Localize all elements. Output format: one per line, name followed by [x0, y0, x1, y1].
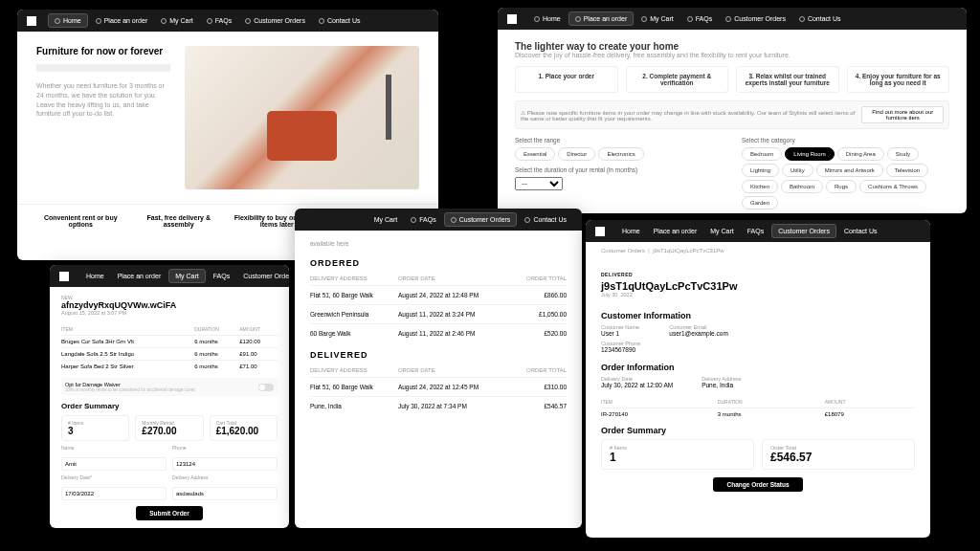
hero-divider	[36, 64, 170, 72]
col-total: ORDER TOTAL	[510, 272, 567, 286]
breadcrumb[interactable]: Customer Orders | j9sT1qUtQayLcPcTvC31Pw	[586, 242, 930, 259]
nav-faqs[interactable]: FAQs	[208, 270, 236, 282]
duration-select[interactable]: —	[515, 177, 563, 190]
nav-my-cart[interactable]: My Cart	[368, 213, 404, 226]
table-row[interactable]: Greenwich PeninsulaAugust 11, 2022 at 3:…	[310, 305, 567, 324]
category-pill[interactable]: Television	[886, 164, 928, 177]
nav-place-order[interactable]: Place an order	[648, 225, 703, 237]
list-icon	[245, 18, 251, 24]
submit-order-button[interactable]: Submit Order	[136, 506, 203, 520]
date-input[interactable]	[61, 487, 167, 500]
summary-items: # Items3	[61, 415, 129, 441]
question-icon	[411, 217, 416, 223]
cust-email: user1@example.com	[669, 330, 728, 337]
stock-notice: ⚠ Please note specific furniture items i…	[515, 100, 949, 129]
phone-icon	[524, 217, 530, 223]
category-pills: BedroomLiving RoomDining AreaStudyLighti…	[742, 147, 949, 209]
range-pill[interactable]: Electronics	[598, 147, 643, 161]
nav-place-order[interactable]: Place an order	[90, 14, 154, 27]
cart-icon	[161, 18, 167, 24]
notice-more-button[interactable]: Find out more about our furniture tiers	[861, 106, 944, 123]
col-total: ORDER TOTAL	[510, 364, 567, 378]
nav-place-order[interactable]: Place an order	[112, 270, 167, 282]
cart-icon	[641, 16, 647, 22]
logo-icon	[59, 272, 69, 281]
duration-label: Select the duration of your rental (in m…	[515, 166, 723, 173]
nav-customer-orders[interactable]: Customer Orders	[720, 12, 791, 25]
topbar: Home Place an order My Cart FAQs Custome…	[17, 10, 438, 32]
category-pill[interactable]: Kitchen	[742, 180, 778, 193]
order-id: j9sT1qUtQayLcPcTvC31Pw	[601, 280, 915, 292]
waiver-toggle[interactable]	[258, 384, 274, 391]
category-pill[interactable]: Bathroom	[781, 180, 823, 193]
question-icon	[207, 18, 212, 24]
table-row[interactable]: Flat 51, 60 Barge WalkAugust 24, 2022 at…	[310, 378, 567, 397]
col-address: DELIVERY ADDRESS	[310, 364, 398, 378]
nav-home[interactable]: Home	[528, 12, 567, 25]
nav-contact[interactable]: Contact Us	[838, 225, 883, 237]
order-items-table: ITEM DURATION AMOUNT IR-2701403 months£1…	[601, 396, 915, 420]
category-pill[interactable]: Cushions & Throws	[859, 180, 926, 193]
category-pill[interactable]: Rugs	[826, 180, 857, 193]
notice-text: ⚠ Please note specific furniture items i…	[521, 109, 861, 121]
table-row[interactable]: Pune, IndiaJuly 30, 2022 at 7:34 PM£546.…	[310, 397, 567, 416]
phone-icon	[799, 16, 805, 22]
table-row[interactable]: 60 Barge WalkAugust 11, 2022 at 2:46 PM£…	[310, 324, 567, 343]
phone-input[interactable]	[172, 457, 278, 471]
table-row: Langdale Sofa 2.5 Str Indigo6 months£91.…	[61, 348, 278, 361]
phone-icon	[319, 18, 324, 24]
change-status-button[interactable]: Change Order Status	[713, 477, 802, 492]
name-input[interactable]	[61, 457, 167, 471]
nav-my-cart[interactable]: My Cart	[704, 225, 740, 237]
nav-home[interactable]: Home	[616, 225, 646, 237]
table-row[interactable]: Flat 51, 60 Barge WalkAugust 24, 2022 at…	[310, 286, 567, 305]
delivered-heading: DELIVERED	[310, 350, 567, 360]
nav-customer-orders[interactable]: Customer Orders	[239, 14, 311, 27]
category-pill[interactable]: Utility	[782, 164, 813, 177]
nav-home[interactable]: Home	[80, 270, 110, 282]
nav-customer-orders[interactable]: Customer Orders	[771, 224, 836, 238]
summary-monthly: Monthly Rental£270.00	[135, 415, 203, 441]
nav-my-cart[interactable]: My Cart	[635, 12, 679, 25]
category-pill[interactable]: Dining Area	[837, 147, 884, 161]
nav-contact[interactable]: Contact Us	[519, 213, 572, 226]
range-pill[interactable]: Essential	[515, 147, 555, 161]
nav-contact[interactable]: Contact Us	[313, 14, 367, 27]
category-pill[interactable]: Bedroom	[742, 147, 782, 161]
nav-home[interactable]: Home	[48, 13, 88, 28]
cart-id: afnzydvyRxqUQVWw.wCiFA	[61, 300, 278, 310]
nav-faqs[interactable]: FAQs	[681, 12, 719, 25]
place-order-panel: Home Place an order My Cart FAQs Custome…	[498, 8, 967, 213]
category-pill[interactable]: Lighting	[742, 164, 779, 177]
range-pills: Essential Director Electronics	[515, 147, 723, 161]
nav-faqs[interactable]: FAQs	[201, 14, 238, 27]
category-pill[interactable]: Mirrors and Artwork	[816, 164, 883, 177]
nav-my-cart[interactable]: My Cart	[168, 269, 206, 283]
nav-customer-orders[interactable]: Customer Orders	[237, 270, 289, 282]
category-pill[interactable]: Study	[887, 147, 919, 161]
summary-total: Cart Total£1,620.00	[210, 415, 278, 441]
category-pill[interactable]: Living Room	[785, 147, 834, 161]
delivery-date: July 30, 2022 at 12:00 AM	[601, 382, 673, 388]
address-input[interactable]	[172, 487, 278, 500]
col-date: ORDER DATE	[398, 272, 510, 286]
summary-heading: Order Summary	[601, 426, 915, 435]
nav-contact[interactable]: Contact Us	[793, 12, 847, 25]
category-label: Select the category	[742, 137, 949, 143]
nav-faqs[interactable]: FAQs	[742, 225, 770, 237]
ordered-heading: ORDERED	[310, 258, 567, 268]
range-pill[interactable]: Director	[558, 147, 595, 161]
order-info-heading: Order Information	[601, 363, 915, 372]
table-row: Bruges Cor Sofa 3Hr Grn Vlt6 months£120.…	[61, 336, 278, 348]
logo-icon	[507, 14, 517, 24]
summary-items: # Items1	[601, 439, 754, 470]
delivered-table: DELIVERY ADDRESS ORDER DATE ORDER TOTAL …	[310, 364, 567, 415]
category-pill[interactable]: Garden	[742, 196, 778, 209]
nav-place-order[interactable]: Place an order	[568, 11, 635, 26]
range-label: Select the range	[515, 137, 723, 143]
cart-created: August 15, 2022 at 3:07 PM	[61, 310, 278, 316]
nav-my-cart[interactable]: My Cart	[155, 14, 199, 27]
nav-customer-orders[interactable]: Customer Orders	[444, 212, 518, 227]
nav-faqs[interactable]: FAQs	[405, 213, 442, 226]
logo-icon	[595, 227, 605, 236]
